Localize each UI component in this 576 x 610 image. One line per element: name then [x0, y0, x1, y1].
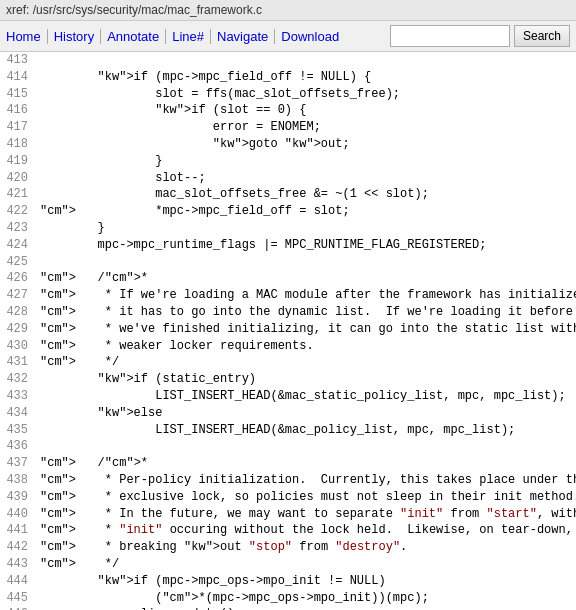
line-code: LIST_INSERT_HEAD(&mac_policy_list, mpc, …: [36, 422, 576, 439]
table-row: 420 slot--;: [0, 170, 576, 187]
line-number: 426: [0, 270, 36, 287]
line-number: 431: [0, 354, 36, 371]
line-number: 439: [0, 489, 36, 506]
line-number: 440: [0, 506, 36, 523]
nav-annotate[interactable]: Annotate: [101, 29, 166, 44]
line-number: 444: [0, 573, 36, 590]
line-number: 432: [0, 371, 36, 388]
line-number: 436: [0, 438, 36, 455]
line-number: 428: [0, 304, 36, 321]
table-row: 432 "kw">if (static_entry): [0, 371, 576, 388]
line-code: [36, 52, 576, 69]
nav-history[interactable]: History: [48, 29, 101, 44]
table-row: 446 mac_policy_update();: [0, 606, 576, 610]
line-number: 429: [0, 321, 36, 338]
line-number: 441: [0, 522, 36, 539]
line-code: [36, 254, 576, 271]
table-row: 427"cm"> * If we're loading a MAC module…: [0, 287, 576, 304]
line-code: "cm"> * we've finished initializing, it …: [36, 321, 576, 338]
nav-navigate[interactable]: Navigate: [211, 29, 275, 44]
table-row: 444 "kw">if (mpc->mpc_ops->mpo_init != N…: [0, 573, 576, 590]
nav-home[interactable]: Home: [6, 29, 48, 44]
line-code: "cm"> */: [36, 354, 576, 371]
line-code: mpc->mpc_runtime_flags |= MPC_RUNTIME_FL…: [36, 237, 576, 254]
line-number: 433: [0, 388, 36, 405]
line-code: "cm"> * "init" occuring without the lock…: [36, 522, 576, 539]
line-code: error = ENOMEM;: [36, 119, 576, 136]
line-code: "cm"> * it has to go into the dynamic li…: [36, 304, 576, 321]
table-row: 417 error = ENOMEM;: [0, 119, 576, 136]
line-number: 417: [0, 119, 36, 136]
line-code: "cm"> /"cm">*: [36, 270, 576, 287]
line-number: 424: [0, 237, 36, 254]
table-row: 416 "kw">if (slot == 0) {: [0, 102, 576, 119]
table-row: 436: [0, 438, 576, 455]
table-row: 415 slot = ffs(mac_slot_offsets_free);: [0, 86, 576, 103]
line-number: 442: [0, 539, 36, 556]
line-number: 423: [0, 220, 36, 237]
line-number: 446: [0, 606, 36, 610]
line-code: "kw">else: [36, 405, 576, 422]
line-code: ("cm">*(mpc->mpc_ops->mpo_init))(mpc);: [36, 590, 576, 607]
line-code: "kw">if (slot == 0) {: [36, 102, 576, 119]
table-row: 423 }: [0, 220, 576, 237]
line-number: 414: [0, 69, 36, 86]
line-code: "kw">if (mpc->mpc_field_off != NULL) {: [36, 69, 576, 86]
table-row: 442"cm"> * breaking "kw">out "stop" from…: [0, 539, 576, 556]
line-code: "cm"> * In the future, we may want to se…: [36, 506, 576, 523]
line-code: "kw">goto "kw">out;: [36, 136, 576, 153]
table-row: 431"cm"> */: [0, 354, 576, 371]
search-button[interactable]: Search: [514, 25, 570, 47]
line-code: }: [36, 153, 576, 170]
table-row: 440"cm"> * In the future, we may want to…: [0, 506, 576, 523]
table-row: 418 "kw">goto "kw">out;: [0, 136, 576, 153]
nav-download[interactable]: Download: [275, 29, 345, 44]
table-row: 414 "kw">if (mpc->mpc_field_off != NULL)…: [0, 69, 576, 86]
line-number: 416: [0, 102, 36, 119]
line-code: }: [36, 220, 576, 237]
table-row: 443"cm"> */: [0, 556, 576, 573]
search-area: Search: [390, 25, 570, 47]
table-row: 445 ("cm">*(mpc->mpc_ops->mpo_init))(mpc…: [0, 590, 576, 607]
table-row: 413: [0, 52, 576, 69]
line-number: 422: [0, 203, 36, 220]
line-code: "kw">if (mpc->mpc_ops->mpo_init != NULL): [36, 573, 576, 590]
line-code: "cm"> * Per-policy initialization. Curre…: [36, 472, 576, 489]
nav-line[interactable]: Line#: [166, 29, 211, 44]
line-number: 435: [0, 422, 36, 439]
table-row: 433 LIST_INSERT_HEAD(&mac_static_policy_…: [0, 388, 576, 405]
line-code: mac_policy_update();: [36, 606, 576, 610]
line-code: "cm"> * breaking "kw">out "stop" from "d…: [36, 539, 576, 556]
table-row: 419 }: [0, 153, 576, 170]
line-number: 418: [0, 136, 36, 153]
search-input[interactable]: [390, 25, 510, 47]
line-code: [36, 438, 576, 455]
line-code: "cm"> * If we're loading a MAC module af…: [36, 287, 576, 304]
line-code: "kw">if (static_entry): [36, 371, 576, 388]
table-row: 429"cm"> * we've finished initializing, …: [0, 321, 576, 338]
table-row: 435 LIST_INSERT_HEAD(&mac_policy_list, m…: [0, 422, 576, 439]
table-row: 438"cm"> * Per-policy initialization. Cu…: [0, 472, 576, 489]
line-number: 438: [0, 472, 36, 489]
line-code: "cm"> */: [36, 556, 576, 573]
code-table: 413414 "kw">if (mpc->mpc_field_off != NU…: [0, 52, 576, 610]
table-row: 424 mpc->mpc_runtime_flags |= MPC_RUNTIM…: [0, 237, 576, 254]
title-bar: xref: /usr/src/sys/security/mac/mac_fram…: [0, 0, 576, 21]
table-row: 425: [0, 254, 576, 271]
line-code: "cm"> * weaker locker requirements.: [36, 338, 576, 355]
line-number: 443: [0, 556, 36, 573]
line-number: 445: [0, 590, 36, 607]
table-row: 434 "kw">else: [0, 405, 576, 422]
line-code: "cm"> *mpc->mpc_field_off = slot;: [36, 203, 576, 220]
line-number: 437: [0, 455, 36, 472]
table-row: 421 mac_slot_offsets_free &= ~(1 << slot…: [0, 186, 576, 203]
table-row: 428"cm"> * it has to go into the dynamic…: [0, 304, 576, 321]
line-code: mac_slot_offsets_free &= ~(1 << slot);: [36, 186, 576, 203]
table-row: 422"cm"> *mpc->mpc_field_off = slot;: [0, 203, 576, 220]
line-number: 421: [0, 186, 36, 203]
line-number: 427: [0, 287, 36, 304]
code-container: 413414 "kw">if (mpc->mpc_field_off != NU…: [0, 52, 576, 610]
line-code: "cm"> /"cm">*: [36, 455, 576, 472]
title-text: xref: /usr/src/sys/security/mac/mac_fram…: [6, 3, 262, 17]
line-number: 434: [0, 405, 36, 422]
